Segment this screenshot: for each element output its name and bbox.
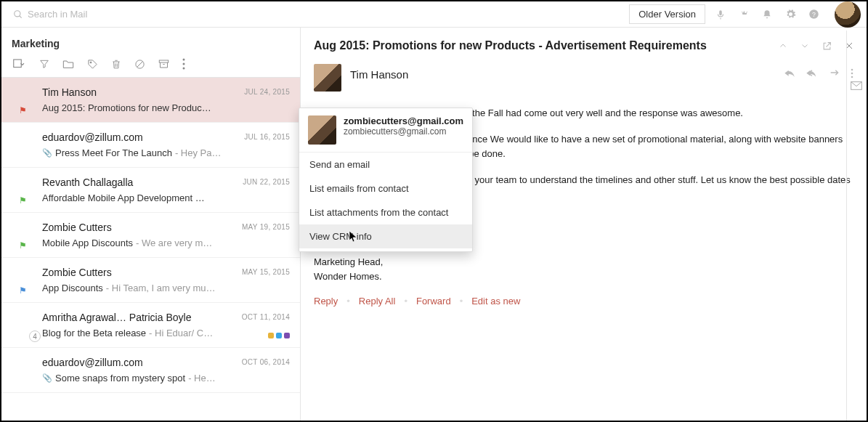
search-icon — [13, 9, 23, 20]
select-dropdown[interactable] — [13, 59, 26, 69]
mail-date: OCT 06, 2014 — [242, 358, 290, 366]
more-icon[interactable] — [182, 58, 185, 70]
mail-subject: 📎 Press Meet For The Launch - Hey Pa… — [42, 147, 290, 158]
svg-point-11 — [183, 68, 185, 70]
mail-subject: 📎 Some snaps from mystery spot - He… — [42, 373, 290, 384]
svg-point-10 — [183, 63, 185, 65]
search-wrap — [7, 9, 629, 20]
mail-item[interactable]: ⚑ JUN 22, 2015 Revanth Challagalla Affor… — [1, 168, 300, 213]
forward-icon[interactable] — [829, 68, 840, 78]
bell-icon[interactable] — [762, 9, 775, 20]
reply-icon[interactable] — [784, 68, 795, 78]
flag-icon: ⚑ — [19, 285, 27, 296]
svg-text:?: ? — [812, 11, 816, 18]
popup-avatar — [308, 115, 336, 145]
message-actions — [784, 68, 853, 78]
older-version-button[interactable]: Older Version — [629, 4, 705, 24]
attachment-icon: 📎 — [42, 373, 52, 383]
mail-date: JUL 24, 2015 — [244, 88, 290, 96]
reader-header: Aug 2015: Promotions for new Products - … — [301, 28, 867, 64]
mail-subject: Blog for the Beta release - Hi Eduar/ C… — [42, 328, 290, 338]
reader-header-actions — [779, 41, 853, 51]
mail-item[interactable]: ⚑ JUL 24, 2015 Tim Hanson Aug 2015: Prom… — [1, 78, 300, 123]
sender-name: Tim Hanson — [350, 64, 408, 81]
popup-list-attachments[interactable]: List attachments from the contact — [299, 200, 472, 224]
mail-subject: App Discounts - Hi Team, I am very mu… — [42, 283, 290, 293]
popup-header: zombiecutters@gmail.com zombiecutters@gm… — [299, 108, 472, 153]
reply-link[interactable]: Reply — [314, 296, 338, 307]
reply-row: Reply • Reply All • Forward • Edit as ne… — [314, 296, 853, 307]
svg-point-5 — [90, 62, 92, 63]
sender-row: Tim Hanson — [314, 64, 853, 97]
help-icon[interactable]: ? — [808, 9, 822, 20]
mail-date: OCT 11, 2014 — [242, 313, 290, 321]
filter-icon[interactable] — [39, 59, 49, 69]
svg-line-7 — [137, 61, 143, 67]
mail-list: ⚑ JUL 24, 2015 Tim Hanson Aug 2015: Prom… — [1, 78, 300, 421]
microphone-icon[interactable] — [715, 9, 729, 20]
mail-date: MAY 19, 2015 — [242, 223, 290, 231]
next-message-icon[interactable] — [800, 41, 809, 51]
top-actions: Older Version ? — [629, 1, 861, 28]
top-bar: Older Version ? — [1, 1, 867, 28]
envelope-icon[interactable] — [851, 81, 862, 90]
trash-icon[interactable] — [111, 59, 121, 70]
popup-contact-name: zombiecutters@gmail.com — [344, 115, 463, 126]
popup-view-crm[interactable]: View CRM info — [299, 224, 472, 248]
spam-icon[interactable] — [134, 59, 145, 70]
mail-item[interactable]: ⚑ MAY 15, 2015 Zombie Cutters App Discou… — [1, 258, 300, 303]
mail-item[interactable]: ⚑ MAY 19, 2015 Zombie Cutters Mobile App… — [1, 213, 300, 258]
thread-count-badge: 4 — [29, 330, 41, 342]
user-avatar[interactable] — [835, 1, 861, 28]
message-title: Aug 2015: Promotions for new Products - … — [314, 39, 779, 52]
mail-list-column: Marketing ⚑ JUL 24, 2015 Tim Hanson Aug … — [1, 28, 301, 421]
reply-all-icon[interactable] — [806, 68, 819, 78]
mail-item[interactable]: OCT 06, 2014 eduardov@zillum.com 📎 Some … — [1, 348, 300, 393]
svg-rect-4 — [14, 60, 22, 68]
popup-list-emails[interactable]: List emails from contact — [299, 176, 472, 200]
mail-date: MAY 15, 2015 — [242, 268, 290, 276]
mail-subject: Aug 2015: Promotions for new Produc… — [42, 102, 290, 113]
category-dots — [268, 333, 290, 338]
svg-rect-8 — [159, 60, 169, 62]
mail-subject: Affordable Mobile App Development … — [42, 192, 290, 203]
popup-send-email[interactable]: Send an email — [299, 153, 472, 176]
side-rail — [846, 31, 865, 421]
flag-icon: ⚑ — [19, 240, 27, 251]
open-external-icon[interactable] — [822, 41, 832, 51]
mail-date: JUN 22, 2015 — [243, 178, 290, 186]
search-input[interactable] — [28, 9, 246, 20]
horns-icon[interactable] — [739, 9, 752, 20]
gear-icon[interactable] — [785, 9, 798, 20]
mail-subject: Mobile App Discounts - We are very m… — [42, 238, 290, 248]
mail-date: JUL 16, 2015 — [244, 133, 290, 141]
attachment-icon: 📎 — [42, 148, 52, 158]
prev-message-icon[interactable] — [779, 41, 787, 51]
sender-avatar[interactable] — [314, 64, 341, 92]
svg-line-1 — [20, 15, 22, 17]
list-toolbar — [1, 55, 300, 78]
tag-icon[interactable] — [87, 59, 98, 70]
forward-link[interactable]: Forward — [416, 296, 451, 307]
folder-title: Marketing — [1, 28, 300, 55]
contact-popup: zombiecutters@gmail.com zombiecutters@gm… — [299, 107, 473, 252]
svg-point-9 — [183, 59, 185, 61]
mail-item[interactable]: 4 OCT 11, 2014 Amritha Agrawal… Patricia… — [1, 303, 300, 348]
svg-point-0 — [15, 10, 20, 16]
flag-icon: ⚑ — [19, 105, 27, 115]
flag-icon: ⚑ — [19, 195, 27, 206]
folder-icon[interactable] — [62, 59, 74, 69]
mail-item[interactable]: JUL 16, 2015 eduardov@zillum.com 📎 Press… — [1, 123, 300, 168]
edit-as-new-link[interactable]: Edit as new — [471, 296, 520, 307]
reply-all-link[interactable]: Reply All — [359, 296, 396, 307]
popup-contact-email: zombiecutters@gmail.com — [344, 126, 463, 137]
archive-icon[interactable] — [158, 59, 169, 69]
